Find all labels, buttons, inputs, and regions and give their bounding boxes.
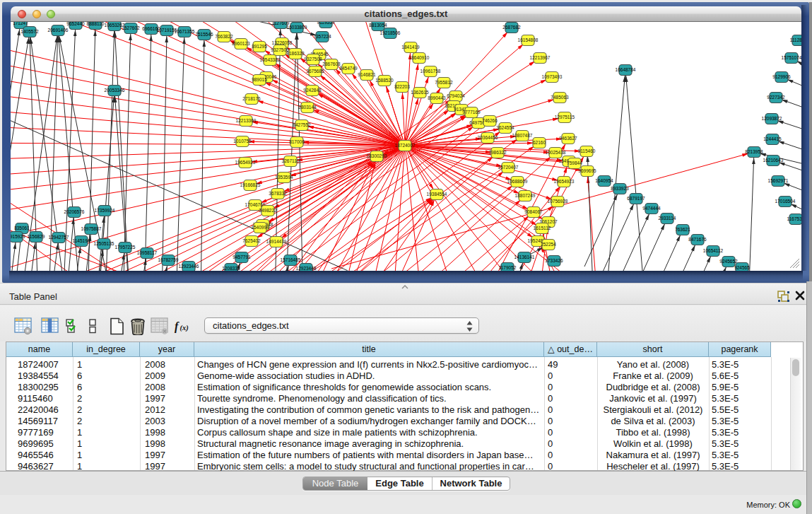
svg-text:9146821: 9146821 [358, 72, 376, 77]
svg-text:1112831: 1112831 [790, 37, 801, 42]
svg-text:7515546: 7515546 [195, 32, 213, 37]
svg-text:62160: 62160 [533, 140, 546, 145]
svg-text:7625402: 7625402 [242, 238, 261, 243]
svg-text:20053346: 20053346 [105, 88, 125, 93]
svg-text:1145194: 1145194 [73, 238, 90, 243]
svg-text:6794024: 6794024 [447, 93, 465, 98]
svg-text:15692971: 15692971 [768, 178, 789, 183]
svg-text:7357224: 7357224 [313, 34, 331, 39]
svg-text:763621: 763621 [675, 227, 690, 232]
svg-text:7663822: 7663822 [215, 34, 233, 39]
svg-text:252254: 252254 [541, 242, 556, 247]
svg-text:8186328: 8186328 [286, 51, 305, 56]
svg-text:12923446: 12923446 [179, 264, 199, 269]
svg-text:1362615: 1362615 [411, 90, 429, 95]
svg-text:1156829: 1156829 [28, 234, 45, 239]
svg-text:2933114: 2933114 [659, 216, 676, 221]
svg-text:835061: 835061 [14, 226, 30, 230]
svg-text:1615112: 1615112 [534, 226, 551, 230]
svg-text:2867608: 2867608 [322, 62, 341, 66]
svg-text:2687682: 2687682 [502, 25, 521, 30]
svg-text:7955812: 7955812 [435, 80, 453, 85]
svg-text:9463627: 9463627 [559, 136, 577, 141]
svg-text:18640910: 18640910 [409, 55, 430, 60]
svg-text:16782759: 16782759 [158, 257, 179, 262]
svg-text:10654112: 10654112 [703, 248, 724, 253]
svg-text:3675685: 3675685 [306, 69, 324, 74]
svg-text:12213967: 12213967 [530, 55, 551, 60]
svg-text:9245652: 9245652 [719, 259, 738, 264]
svg-text:17016504: 17016504 [775, 199, 796, 204]
svg-text:12505135: 12505135 [94, 241, 114, 246]
svg-text:9474444: 9474444 [642, 206, 661, 211]
svg-text:9699695: 9699695 [578, 168, 596, 173]
svg-text:746266: 746266 [482, 118, 498, 123]
svg-text:817006: 817006 [289, 139, 305, 144]
svg-text:15716485: 15716485 [281, 257, 301, 262]
svg-text:1640954: 1640954 [595, 178, 613, 183]
svg-text:14136141: 14136141 [514, 255, 535, 259]
svg-text:3498222: 3498222 [259, 208, 277, 213]
svg-text:1179052: 1179052 [499, 265, 517, 270]
svg-text:9327508: 9327508 [304, 57, 322, 62]
svg-text:10961758: 10961758 [420, 69, 441, 74]
svg-text:16648784: 16648784 [616, 67, 636, 72]
svg-text:9084067: 9084067 [524, 209, 543, 214]
svg-text:10756928: 10756928 [548, 199, 568, 204]
svg-text:(x): (x) [180, 324, 189, 332]
svg-text:8454749: 8454749 [339, 66, 358, 71]
svg-text:12942757: 12942757 [49, 235, 69, 240]
svg-text:9129906: 9129906 [772, 74, 791, 79]
svg-text:1405572: 1405572 [20, 29, 39, 34]
svg-text:9242848: 9242848 [303, 88, 322, 93]
svg-text:1588520: 1588520 [375, 78, 394, 83]
svg-text:6879197: 6879197 [627, 196, 645, 201]
svg-text:15720407: 15720407 [498, 165, 519, 170]
svg-text:12923448: 12923448 [296, 266, 317, 271]
svg-text:14914479: 14914479 [266, 239, 287, 244]
svg-text:171247: 171247 [13, 22, 28, 25]
svg-text:10025438: 10025438 [546, 150, 566, 155]
svg-text:1167533: 1167533 [787, 216, 801, 221]
svg-text:19654923: 19654923 [235, 160, 256, 165]
svg-text:7485063: 7485063 [551, 95, 569, 100]
svg-text:1540994: 1540994 [251, 225, 269, 230]
svg-text:2718176: 2718176 [242, 96, 261, 101]
svg-text:10958117: 10958117 [137, 250, 158, 255]
svg-text:20364456: 20364456 [478, 135, 498, 140]
svg-text:f: f [175, 320, 180, 333]
svg-text:3678332: 3678332 [269, 191, 287, 196]
svg-text:822203: 822203 [394, 84, 410, 89]
svg-text:9115460: 9115460 [578, 148, 596, 153]
svg-text:19218506: 19218506 [380, 30, 401, 35]
svg-text:8960123: 8960123 [232, 41, 250, 46]
svg-text:10973493: 10973493 [542, 74, 563, 79]
svg-text:7986322: 7986322 [488, 150, 507, 155]
svg-text:8933923: 8933923 [611, 186, 629, 191]
svg-text:989015: 989015 [252, 77, 267, 82]
svg-text:8990443: 8990443 [428, 95, 446, 100]
svg-text:17957225: 17957225 [115, 245, 136, 250]
svg-text:3915929: 3915929 [11, 234, 25, 239]
svg-text:20206576: 20206576 [64, 209, 85, 214]
svg-text:10688609: 10688609 [507, 179, 528, 184]
svg-text:2803144: 2803144 [298, 105, 317, 110]
svg-text:16033809: 16033809 [287, 25, 307, 30]
svg-text:891295: 891295 [252, 44, 267, 49]
svg-text:8471676: 8471676 [688, 237, 707, 242]
svg-text:10807487: 10807487 [512, 133, 533, 138]
svg-text:28300293: 28300293 [367, 153, 387, 158]
svg-text:8888110: 8888110 [87, 22, 105, 26]
svg-text:1841419: 1841419 [401, 45, 420, 49]
svg-text:12213369: 12213369 [236, 118, 257, 123]
svg-text:12975115: 12975115 [555, 115, 575, 119]
svg-text:9227342: 9227342 [767, 95, 785, 100]
svg-text:19166825: 19166825 [240, 182, 261, 187]
svg-text:1353594: 1353594 [275, 175, 293, 180]
svg-text:18807249: 18807249 [515, 193, 536, 198]
svg-text:8813054: 8813054 [369, 23, 387, 28]
svg-text:10671355: 10671355 [175, 29, 195, 34]
svg-text:16210643: 16210643 [763, 158, 784, 163]
svg-text:8427552: 8427552 [293, 122, 311, 127]
svg-text:12093872: 12093872 [762, 116, 782, 121]
